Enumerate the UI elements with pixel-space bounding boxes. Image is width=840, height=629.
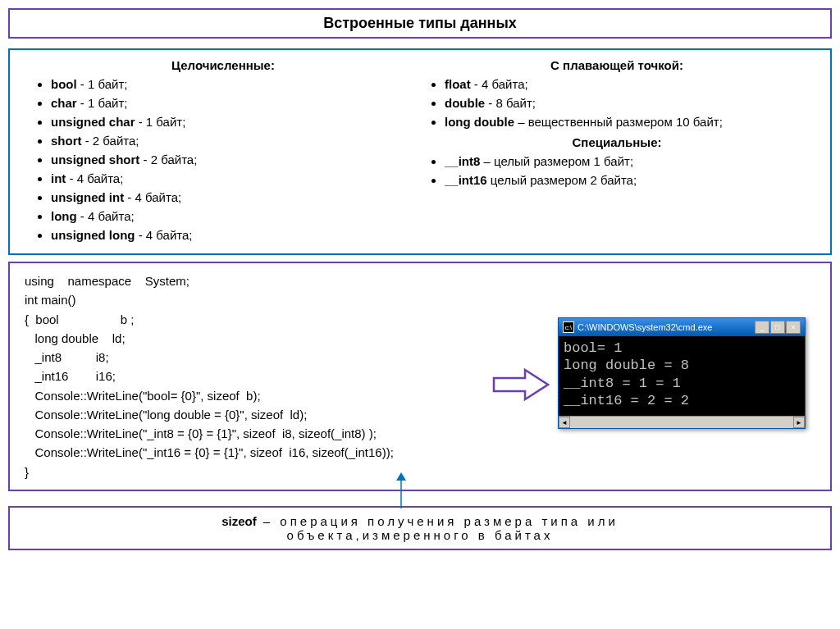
- cmd-output: bool= 1 long double = 8 __int8 = 1 = 1 _…: [559, 336, 805, 416]
- type-desc: – целый размером 1 байт;: [480, 154, 633, 168]
- type-desc: - 2 байта;: [139, 153, 197, 166]
- type-list-item: unsigned char - 1 байт;: [51, 113, 420, 130]
- type-name: short: [51, 134, 82, 148]
- type-desc: - 4 байта;: [66, 171, 123, 185]
- minimize-button[interactable]: _: [755, 321, 769, 334]
- float-type-list: float - 4 байта;double - 8 байт;long dou…: [420, 75, 814, 130]
- type-name: __int8: [445, 154, 480, 168]
- type-list-item: long - 4 байта;: [51, 207, 420, 225]
- integer-heading: Целочисленные:: [26, 58, 420, 72]
- type-desc: - 2 байта;: [82, 134, 139, 148]
- type-name: long: [51, 209, 77, 223]
- type-desc: - 1 байт;: [135, 115, 186, 129]
- cmd-titlebar: c:\ C:\WINDOWS\system32\cmd.exe _ □ ×: [559, 318, 805, 336]
- type-name: double: [445, 96, 485, 110]
- data-types-panel: Целочисленные: bool - 1 байт;char - 1 ба…: [8, 48, 832, 255]
- type-desc: - 8 байт;: [485, 96, 536, 110]
- type-name: float: [445, 77, 471, 91]
- type-list-item: float - 4 байта;: [445, 75, 814, 93]
- type-desc: - 1 байт;: [77, 96, 128, 110]
- type-name: unsigned int: [51, 190, 124, 204]
- type-name: __int16: [445, 173, 487, 187]
- close-button[interactable]: ×: [786, 321, 801, 334]
- type-list-item: short - 2 байта;: [51, 132, 420, 149]
- type-desc: - 4 байта;: [471, 77, 528, 91]
- cmd-window: c:\ C:\WINDOWS\system32\cmd.exe _ □ × bo…: [558, 317, 806, 429]
- special-heading: Специальные:: [420, 135, 814, 149]
- type-list-item: double - 8 байт;: [445, 94, 814, 112]
- type-desc: целый размером 2 байта;: [487, 173, 637, 187]
- type-desc: - 1 байт;: [77, 77, 128, 91]
- cmd-scrollbar[interactable]: [559, 416, 805, 428]
- arrow-right-icon: [492, 368, 550, 401]
- sizeof-keyword: sizeof: [221, 514, 257, 528]
- type-name: char: [51, 96, 77, 110]
- sizeof-note: sizeof – операция получения размера типа…: [8, 506, 832, 550]
- type-list-item: unsigned int - 4 байта;: [51, 189, 420, 206]
- type-name: unsigned short: [51, 153, 139, 166]
- type-name: long double: [445, 115, 514, 129]
- page-title: Встроенные типы данных: [8, 8, 832, 39]
- type-list-item: __int16 целый размером 2 байта;: [445, 171, 814, 189]
- float-heading: С плавающей точкой:: [420, 58, 814, 72]
- type-desc: - 4 байта;: [135, 228, 193, 242]
- type-list-item: unsigned short - 2 байта;: [51, 151, 420, 168]
- type-name: unsigned long: [51, 228, 135, 242]
- type-desc: - 4 байта;: [77, 209, 135, 223]
- sizeof-desc-line1: – операция получения размера типа или: [257, 514, 619, 528]
- type-name: bool: [51, 77, 77, 91]
- sizeof-desc-line2: объекта,измеренного в байтах: [287, 528, 554, 542]
- type-list-item: bool - 1 байт;: [51, 75, 420, 93]
- type-list-item: int - 4 байта;: [51, 170, 420, 187]
- special-type-list: __int8 – целый размером 1 байт;__int16 ц…: [420, 153, 814, 189]
- type-name: int: [51, 171, 66, 185]
- type-desc: - 4 байта;: [124, 190, 181, 204]
- type-list-item: char - 1 байт;: [51, 94, 420, 112]
- type-desc: – вещественный размером 10 байт;: [514, 115, 723, 129]
- type-list-item: unsigned long - 4 байта;: [51, 226, 420, 244]
- type-list-item: long double – вещественный размером 10 б…: [445, 113, 814, 130]
- integer-types-column: Целочисленные: bool - 1 байт;char - 1 ба…: [26, 58, 420, 245]
- type-list-item: __int8 – целый размером 1 байт;: [445, 153, 814, 170]
- integer-type-list: bool - 1 байт;char - 1 байт;unsigned cha…: [26, 75, 420, 244]
- code-section: using namespace System; int main() { boo…: [8, 262, 832, 550]
- maximize-button[interactable]: □: [770, 321, 785, 334]
- cmd-icon: c:\: [563, 321, 574, 333]
- type-name: unsigned char: [51, 115, 135, 129]
- arrow-up-icon: [394, 472, 409, 511]
- cmd-title-text: C:\WINDOWS\system32\cmd.exe: [578, 322, 751, 332]
- float-special-column: С плавающей точкой: float - 4 байта;doub…: [420, 58, 814, 245]
